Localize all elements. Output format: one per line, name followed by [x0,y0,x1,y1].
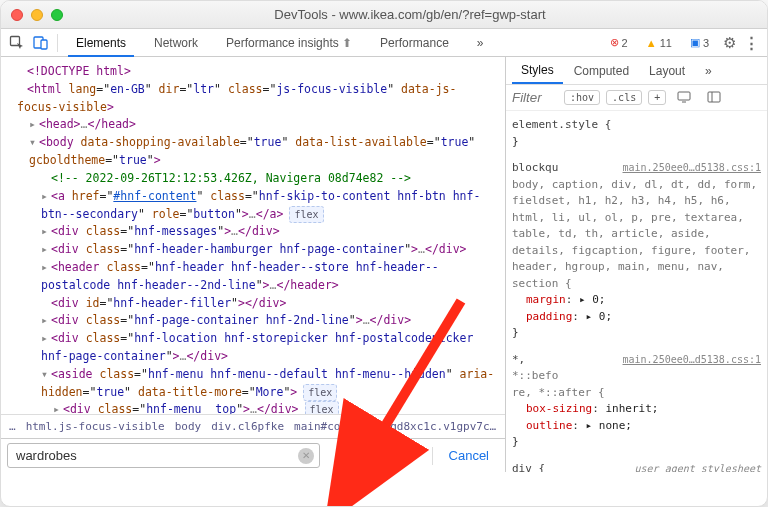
dom-node[interactable]: ▸<div class="hnf-page-container hnf-2nd-… [9,312,497,330]
device-classes-icon[interactable] [672,90,696,106]
dom-node[interactable]: <!DOCTYPE html> [9,63,497,81]
search-count: 0 of 0 [348,449,378,463]
dom-node[interactable]: <!-- 2022-09-26T12:12:53.426Z, Navigera … [9,170,497,188]
settings-icon[interactable]: ⚙ [723,34,736,52]
errors-badge[interactable]: ⊗2 [604,34,634,51]
close-window-button[interactable] [11,9,23,21]
breadcrumb-item[interactable]: html.js-focus-visible [26,420,165,433]
dom-tree[interactable]: <!DOCTYPE html><html lang="en-GB" dir="l… [1,57,505,414]
inspect-element-icon[interactable] [9,35,25,51]
warnings-badge[interactable]: ▲11 [640,35,678,51]
filter-bar: :hov .cls + [506,85,767,111]
window-title: DevTools - www.ikea.com/gb/en/?ref=gwp-s… [63,7,757,22]
breadcrumb-item[interactable]: main#content [294,420,373,433]
tab-styles[interactable]: Styles [512,58,563,84]
cancel-button[interactable]: Cancel [439,444,499,467]
info-badge[interactable]: ▣3 [684,34,715,51]
breadcrumb-item[interactable]: div.cl6pfke [211,420,284,433]
zoom-window-button[interactable] [51,9,63,21]
tab-network[interactable]: Network [144,30,208,56]
hov-toggle[interactable]: :hov [564,90,600,105]
filter-input[interactable] [512,90,558,105]
dom-node[interactable]: ▸<header class="hnf-header hnf-header--s… [9,259,497,295]
minimize-window-button[interactable] [31,9,43,21]
separator [57,34,58,52]
status-badges: ⊗2 ▲11 ▣3 [604,34,715,51]
cls-toggle[interactable]: .cls [606,90,642,105]
dom-node[interactable]: ▾<body data-shopping-available="true" da… [9,134,497,170]
styles-tabs-overflow[interactable]: » [696,59,721,83]
dom-node[interactable]: <div id="hnf-header-filler"></div> [9,295,497,313]
dom-node[interactable]: ▸<div class="hnf-header-hamburger hnf-pa… [9,241,497,259]
dom-node[interactable]: ▸<head>…</head> [9,116,497,134]
main-toolbar: Elements Network Performance insights ⬆ … [1,29,767,57]
svg-rect-4 [708,92,720,102]
dom-node[interactable]: ▸<div class="hnf-location hnf-storepicke… [9,330,497,366]
clear-search-icon[interactable]: ✕ [298,448,314,464]
tabs-overflow[interactable]: » [467,30,494,56]
dom-node[interactable]: ▸<div class="hnf-menu__top">…</div>flex [9,401,497,414]
dom-node[interactable]: ▸<a href="#hnf-content" class="hnf-skip-… [9,188,497,224]
device-toggle-icon[interactable] [33,35,49,51]
breadcrumb[interactable]: …html.js-focus-visiblebodydiv.cl6pfkemai… [1,414,505,438]
dom-node[interactable]: ▾<aside class="hnf-menu hnf-menu--defaul… [9,366,497,402]
search-prev-icon[interactable]: ˄ [384,446,402,466]
tab-elements[interactable]: Elements [66,30,136,56]
styles-tabs: Styles Computed Layout » [506,57,767,85]
tab-performance[interactable]: Performance [370,30,459,56]
tab-layout[interactable]: Layout [640,59,694,83]
svg-rect-3 [678,92,690,100]
styles-body[interactable]: element.style {}main.250ee0…d5138.css:1b… [506,111,767,472]
breadcrumb-item[interactable]: …gd8xc1c.v1gpv7c… [384,420,497,433]
dom-node[interactable]: <html lang="en-GB" dir="ltr" class="js-f… [9,81,497,117]
new-style-rule[interactable]: + [648,90,666,105]
search-input[interactable] [7,443,320,468]
search-bar: ✕ 0 of 0 ˄ ˅ Cancel [1,438,505,472]
tab-computed[interactable]: Computed [565,59,638,83]
traffic-lights [11,9,63,21]
titlebar: DevTools - www.ikea.com/gb/en/?ref=gwp-s… [1,1,767,29]
breadcrumb-item[interactable]: body [175,420,202,433]
more-menu-icon[interactable]: ⋮ [744,34,759,52]
dom-node[interactable]: ▸<div class="hnf-messages">…</div> [9,223,497,241]
breadcrumb-item[interactable]: … [9,420,16,433]
search-next-icon[interactable]: ˅ [408,446,426,466]
toggle-sidebar-icon[interactable] [702,90,726,106]
tab-perf-insights[interactable]: Performance insights ⬆ [216,30,362,56]
svg-rect-2 [41,40,47,49]
